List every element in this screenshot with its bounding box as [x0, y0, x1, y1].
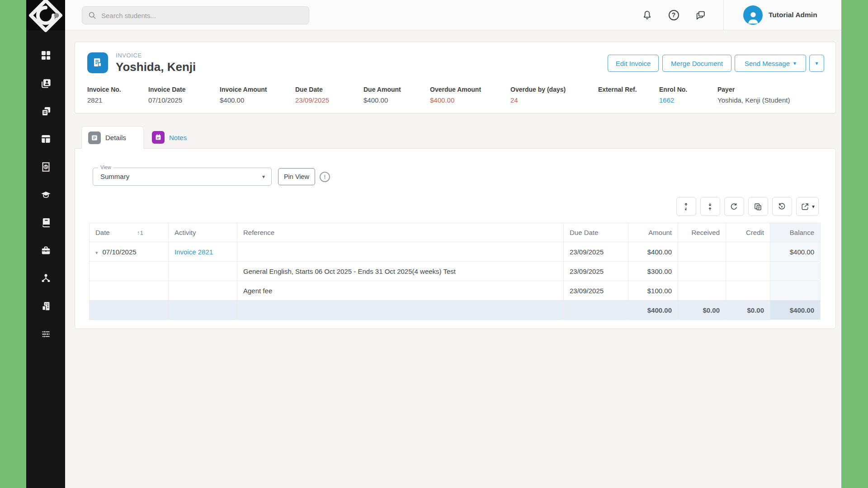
user-name[interactable]: Tutorial Admin [769, 11, 817, 19]
field-value: 23/09/2025 [295, 96, 363, 104]
sidebar-item-settings[interactable] [26, 324, 65, 344]
send-message-button[interactable]: Send Message ▾ [735, 55, 806, 72]
field-invoice-amount: Invoice Amount $400.00 [220, 86, 295, 104]
tab-notes[interactable]: Notes [152, 128, 187, 147]
chevron-down-icon: ▾ [793, 61, 796, 66]
view-selected-value: Summary [100, 173, 129, 180]
invoice-summary-fields: Invoice No. 2821 Invoice Date 07/10/2025… [87, 86, 831, 104]
field-payer: Payer Yoshida, Kenji (Student) [717, 86, 831, 104]
table-row-agent-fee: Agent fee 23/09/2025 $100.00 [90, 281, 821, 300]
credit-cell [726, 262, 770, 281]
invoice-link[interactable]: Invoice 2821 [175, 248, 213, 256]
column-label: Date [95, 229, 110, 236]
notifications-button[interactable] [638, 6, 656, 23]
due-date-cell: 23/09/2025 [564, 242, 628, 262]
history-button[interactable] [772, 197, 792, 216]
expand-rows-button[interactable] [676, 197, 696, 216]
field-label: Payer [717, 86, 831, 93]
student-search [82, 6, 309, 24]
chevron-down-icon: ▾ [812, 204, 815, 209]
refresh-button[interactable] [724, 197, 744, 216]
notes-notepad-icon [152, 131, 165, 144]
invoice-header-card: INVOICE Yoshida, Kenji Edit Invoice Merg… [75, 42, 836, 113]
enrol-no-link[interactable]: 1662 [659, 96, 717, 104]
column-label: Received [691, 229, 720, 236]
credit-cell [726, 281, 770, 300]
refresh-icon [729, 202, 739, 211]
reference-cell: General English, Starts 06 Oct 2025 - En… [237, 262, 564, 281]
reference-cell [237, 242, 564, 262]
field-label: Due Date [295, 86, 363, 93]
column-header-balance[interactable]: Balance [770, 223, 821, 242]
column-header-received[interactable]: Received [678, 223, 726, 242]
table-row-course-fee: General English, Starts 06 Oct 2025 - En… [90, 262, 821, 281]
view-select[interactable]: View Summary ▾ [93, 168, 272, 186]
field-due-date: Due Date 23/09/2025 [295, 86, 363, 104]
sort-ascending-icon: ↑1 [137, 230, 143, 236]
search-icon [88, 11, 97, 20]
sidebar-item-services[interactable] [26, 240, 65, 260]
column-header-credit[interactable]: Credit [726, 223, 770, 242]
activity-cell [169, 281, 237, 300]
app-logo[interactable] [26, 0, 65, 30]
field-external-ref: External Ref. [598, 86, 659, 104]
column-header-reference[interactable]: Reference [237, 223, 564, 242]
edit-invoice-button[interactable]: Edit Invoice [608, 55, 659, 72]
export-button[interactable]: ▾ [796, 197, 819, 216]
column-header-amount[interactable]: Amount [628, 223, 678, 242]
field-label: External Ref. [598, 86, 659, 93]
row-expander-icon[interactable]: ▾ [95, 250, 98, 255]
merge-document-button[interactable]: Merge Document [662, 55, 731, 72]
sidebar-item-contacts[interactable] [26, 73, 65, 93]
field-label: Enrol No. [659, 86, 717, 93]
messages-button[interactable] [692, 6, 709, 23]
pin-view-button[interactable]: Pin View [278, 168, 315, 185]
share-network-icon [40, 272, 52, 284]
sidebar-item-agents[interactable] [26, 268, 65, 288]
search-input[interactable] [101, 12, 303, 19]
date-cell [90, 281, 169, 300]
column-header-date[interactable]: Date↑1 [90, 223, 169, 242]
stacked-documents-icon [40, 105, 52, 117]
briefcase-icon [40, 244, 52, 257]
merge-document-label: Merge Document [671, 60, 723, 67]
sidebar-item-documents[interactable] [26, 101, 65, 121]
sidebar-item-training[interactable] [26, 184, 65, 204]
tab-details[interactable]: Details [81, 126, 144, 149]
totals-empty-cell [237, 300, 564, 320]
copy-grid-button[interactable] [748, 197, 768, 216]
field-overdue-days: Overdue by (days) 24 [510, 86, 598, 104]
info-icon[interactable]: ! [320, 172, 330, 182]
id-card-contacts-icon [40, 77, 52, 89]
balance-cell [770, 262, 821, 281]
more-actions-button[interactable]: ▾ [809, 55, 824, 72]
field-value: $400.00 [220, 96, 295, 104]
total-credit: $0.00 [726, 300, 770, 320]
topbar-divider [723, 0, 724, 30]
column-label: Balance [790, 229, 814, 236]
column-header-activity[interactable]: Activity [169, 223, 237, 242]
chevron-down-icon: ▾ [815, 61, 818, 66]
field-label: Invoice No. [87, 86, 148, 93]
table-totals-row: $400.00 $0.00 $0.00 $400.00 [90, 300, 821, 320]
column-header-due-date[interactable]: Due Date [564, 223, 628, 242]
activity-cell [169, 262, 237, 281]
sidebar-item-classes[interactable] [26, 129, 65, 149]
top-bar: ? Tutorial Admin [65, 0, 841, 30]
grid-toolbar: ▾ [676, 197, 819, 216]
help-button[interactable]: ? [665, 6, 682, 23]
record-type-label: INVOICE [116, 52, 142, 59]
sidebar-item-courses[interactable] [26, 212, 65, 232]
copy-icon [753, 202, 763, 211]
chevron-down-icon: ▾ [262, 174, 265, 179]
credit-cell [726, 242, 770, 262]
sidebar-item-finance[interactable]: $ [26, 157, 65, 177]
sidebar-item-dashboard[interactable] [26, 45, 65, 65]
invoice-document-icon [87, 52, 108, 73]
user-avatar[interactable] [743, 5, 763, 25]
sidebar-item-organisation[interactable] [26, 296, 65, 316]
collapse-rows-button[interactable] [700, 197, 720, 216]
field-value: 24 [510, 96, 598, 104]
column-label: Activity [175, 229, 196, 236]
field-value: $400.00 [430, 96, 510, 104]
